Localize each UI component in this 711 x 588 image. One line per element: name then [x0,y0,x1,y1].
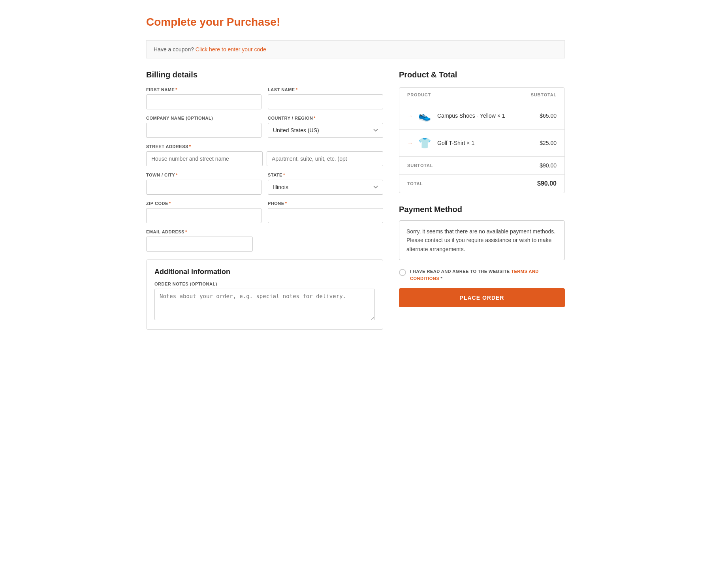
terms-row: I HAVE READ AND AGREE TO THE WEBSITE TER… [399,268,565,282]
shirt-name: Golf T-Shirt × 1 [437,140,540,146]
town-city-label: TOWN / CITY* [146,173,261,177]
phone-group: PHONE* [268,201,383,223]
payment-section: Payment Method Sorry, it seems that ther… [399,205,565,307]
order-notes-label: ORDER NOTES (OPTIONAL) [154,282,375,286]
street-address-inputs [146,151,383,166]
street-address-input[interactable] [146,151,263,166]
order-item-shoes: → 👟 Campus Shoes - Yellow × 1 $65.00 [399,102,564,130]
phone-input[interactable] [268,208,383,223]
name-row: FIRST NAME* LAST NAME* [146,87,383,109]
last-name-input[interactable] [268,94,383,109]
email-input[interactable] [146,237,253,252]
company-name-label: COMPANY NAME (OPTIONAL) [146,116,261,120]
main-layout: Billing details FIRST NAME* LAST NAME* [146,70,565,330]
state-label: STATE* [268,173,383,177]
order-item-shirt: → 👕 Golf T-Shirt × 1 $25.00 [399,130,564,157]
last-name-label: LAST NAME* [268,87,383,92]
last-name-group: LAST NAME* [268,87,383,109]
product-total-title: Product & Total [399,70,565,79]
country-group: COUNTRY / REGION* United States (US) [268,116,383,138]
product-total-section: Product & Total PRODUCT SUBTOTAL → 👟 Cam… [399,70,565,193]
phone-label: PHONE* [268,201,383,206]
first-name-group: FIRST NAME* [146,87,261,109]
zip-code-label: ZIP CODE* [146,201,261,206]
shirt-price: $25.00 [540,140,557,146]
street-address-label: STREET ADDRESS* [146,144,383,149]
company-country-row: COMPANY NAME (OPTIONAL) COUNTRY / REGION… [146,116,383,138]
payment-notice: Sorry, it seems that there are no availa… [399,220,565,260]
coupon-bar: Have a coupon? Click here to enter your … [146,40,565,58]
street-address-row: STREET ADDRESS* [146,144,383,166]
state-group: STATE* Illinois [268,173,383,195]
total-value: $90.00 [537,180,557,187]
terms-checkbox[interactable] [399,269,406,276]
billing-section: Billing details FIRST NAME* LAST NAME* [146,70,383,330]
country-label: COUNTRY / REGION* [268,116,383,120]
company-name-group: COMPANY NAME (OPTIONAL) [146,116,261,138]
terms-text: I HAVE READ AND AGREE TO THE WEBSITE TER… [410,268,565,282]
item-arrow-icon-2: → [407,140,413,146]
order-table: PRODUCT SUBTOTAL → 👟 Campus Shoes - Yell… [399,87,565,193]
payment-title: Payment Method [399,205,565,214]
shoes-name: Campus Shoes - Yellow × 1 [437,113,540,119]
order-table-header: PRODUCT SUBTOTAL [399,88,564,102]
order-notes-group: ORDER NOTES (OPTIONAL) [154,282,375,321]
product-col-header: PRODUCT [407,92,431,97]
state-select[interactable]: Illinois [268,180,383,195]
email-row: EMAIL ADDRESS* [146,229,383,252]
zip-phone-row: ZIP CODE* PHONE* [146,201,383,223]
item-arrow-icon: → [407,113,413,119]
right-column: Product & Total PRODUCT SUBTOTAL → 👟 Cam… [399,70,565,307]
subtotal-col-header: SUBTOTAL [531,92,557,97]
first-name-input[interactable] [146,94,261,109]
billing-title: Billing details [146,70,383,79]
total-row: TOTAL $90.00 [399,175,564,193]
additional-info-title: Additional information [154,268,375,276]
company-name-input[interactable] [146,123,261,138]
shoes-icon: 👟 [417,108,433,124]
order-notes-input[interactable] [154,289,375,320]
first-name-label: FIRST NAME* [146,87,261,92]
zip-code-input[interactable] [146,208,261,223]
email-label: EMAIL ADDRESS* [146,229,253,234]
town-city-group: TOWN / CITY* [146,173,261,195]
town-state-row: TOWN / CITY* STATE* Illinois [146,173,383,195]
coupon-link[interactable]: Click here to enter your code [196,46,266,53]
zip-code-group: ZIP CODE* [146,201,261,223]
street-address-group: STREET ADDRESS* [146,144,383,166]
email-group: EMAIL ADDRESS* [146,229,253,252]
additional-info-box: Additional information ORDER NOTES (OPTI… [146,259,383,330]
place-order-button[interactable]: PLACE ORDER [399,288,565,307]
subtotal-label: SUBTOTAL [407,163,433,168]
town-city-input[interactable] [146,180,261,195]
total-label: TOTAL [407,181,423,186]
country-select[interactable]: United States (US) [268,123,383,138]
subtotal-row: SUBTOTAL $90.00 [399,157,564,175]
shirt-icon: 👕 [417,135,433,151]
subtotal-value: $90.00 [540,162,557,169]
page-title: Complete your Purchase! [146,16,565,28]
street-address2-input[interactable] [267,151,383,166]
coupon-text: Have a coupon? [154,46,194,53]
shoes-price: $65.00 [540,113,557,119]
